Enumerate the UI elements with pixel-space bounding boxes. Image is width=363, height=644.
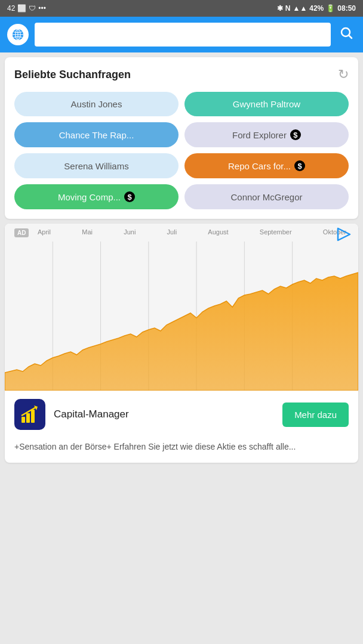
tags-grid: Austin Jones Gwyneth Paltrow Chance The … [14,92,349,209]
battery-icon: 🔋 [326,4,335,13]
tag-connor-mcgregor[interactable]: Connor McGregor [184,184,349,209]
app-name: Capital-Manager [54,408,274,420]
chart-area: AD April Mai Juni Juli August September … [5,224,358,391]
address-input[interactable] [35,23,331,47]
globe-icon [7,24,29,45]
sponsored-icon-2: $ [294,160,305,171]
month-labels: April Mai Juni Juli August September Okt… [38,228,346,236]
tag-chance-the-rap[interactable]: Chance The Rap... [14,122,179,147]
svg-marker-6 [338,228,350,240]
time: 08:50 [337,4,356,13]
svg-rect-15 [31,410,35,423]
ad-footer: Capital-Manager Mehr dazu [5,391,358,438]
tag-austin-jones[interactable]: Austin Jones [14,92,179,116]
search-icon[interactable] [337,23,356,46]
month-juni: Juni [124,228,136,236]
tag-gwyneth-paltrow[interactable]: Gwyneth Paltrow [184,92,349,116]
main-content: Beliebte Suchanfragen ↻ Austin Jones Gwy… [0,52,363,467]
sponsored-icon: $ [290,129,301,140]
popular-searches-card: Beliebte Suchanfragen ↻ Austin Jones Gwy… [5,57,358,219]
bluetooth-icon: ✱ [277,4,283,13]
ad-badge: AD [14,228,29,237]
notification-icon: 42 [7,4,15,13]
month-juli: Juli [167,228,177,236]
refresh-icon[interactable]: ↻ [338,67,349,82]
mehr-button[interactable]: Mehr dazu [282,402,349,427]
svg-rect-14 [26,413,30,423]
month-april: April [38,228,51,236]
status-left: 42 ⬜ 🛡 ••• [7,4,46,13]
sponsored-icon-3: $ [124,191,135,202]
sim-icon: ⬜ [17,4,26,13]
app-icon [14,399,45,430]
play-icon[interactable] [336,226,352,245]
card-title: Beliebte Suchanfragen [14,69,131,81]
chart-svg [5,242,358,391]
address-bar [0,17,363,52]
tag-ford-explorer[interactable]: Ford Explorer $ [184,122,349,147]
month-mai: Mai [82,228,93,236]
ad-card: AD April Mai Juni Juli August September … [5,224,358,463]
signal-icon: ▲▲ [293,4,307,13]
shield-icon: 🛡 [29,4,36,13]
svg-rect-13 [21,417,25,423]
tag-repo-cars[interactable]: Repo Cars for... $ [184,153,349,178]
card-header: Beliebte Suchanfragen ↻ [14,67,349,82]
month-september: September [260,228,292,236]
battery-text: 42% [309,4,324,13]
month-august: August [208,228,228,236]
status-right: ✱ N ▲▲ 42% 🔋 08:50 [277,4,356,13]
nfc-icon: N [285,4,291,13]
svg-line-5 [349,36,352,39]
ad-description: +Sensation an der Börse+ Erfahren Sie je… [5,438,358,463]
more-icon: ••• [38,4,46,13]
tag-moving-comp[interactable]: Moving Comp... $ [14,184,179,209]
status-bar: 42 ⬜ 🛡 ••• ✱ N ▲▲ 42% 🔋 08:50 [0,0,363,17]
tag-serena-williams[interactable]: Serena Williams [14,153,179,178]
